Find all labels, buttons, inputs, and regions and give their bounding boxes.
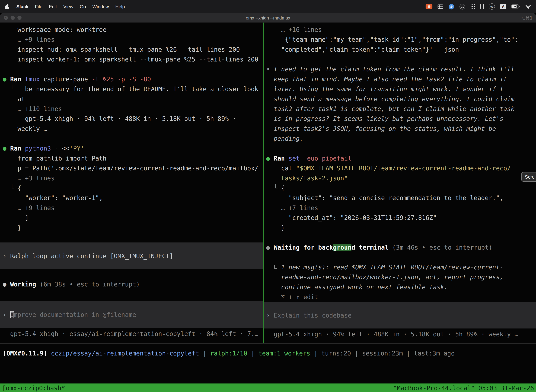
working-status: ● Working (6m 38s • esc to interrupt) bbox=[0, 279, 263, 289]
battery-percentage-icon[interactable]: 61 bbox=[489, 3, 495, 9]
menu-app-name[interactable]: Slack bbox=[16, 4, 29, 9]
input-source-icon[interactable]: A bbox=[500, 4, 506, 9]
omx-status-area: [OMX#0.11.9] cczip/essay/ai-reimplementa… bbox=[0, 348, 536, 383]
terminal-line bbox=[263, 54, 536, 64]
terminal-line: weekly … bbox=[0, 124, 263, 134]
terminal-line bbox=[0, 233, 263, 242]
terminal-line: workspace_mode: worktree bbox=[0, 25, 263, 34]
composer-prompt-icon: › bbox=[266, 312, 274, 319]
terminal-line: cat "$OMX_TEAM_STATE_ROOT/team/review-cu… bbox=[263, 163, 536, 173]
window-grid-icon[interactable] bbox=[438, 4, 443, 9]
menu-view[interactable]: View bbox=[63, 4, 73, 9]
menu-bar: Slack FileEditViewGoWindowHelp 61 A bbox=[0, 0, 536, 13]
close-button[interactable]: × bbox=[4, 16, 8, 20]
model-status-right: gpt-5.4 xhigh · 94% left · 488K in · 5.1… bbox=[263, 329, 536, 339]
terminal-line: is in progress? It seems likely but perh… bbox=[263, 114, 536, 123]
composer-placeholder: Explain this codebase bbox=[274, 312, 351, 319]
terminal-line: "created_at": "2026-03-31T11:59:27.816Z" bbox=[263, 213, 536, 223]
menu-file[interactable]: File bbox=[35, 4, 42, 9]
minimize-button[interactable] bbox=[10, 16, 14, 20]
terminal-line: '{"team_name":"my-team","task_id":"1","f… bbox=[263, 34, 536, 44]
terminal-line: ⌥ + ↑ edit bbox=[263, 292, 536, 302]
terminal-line: … +9 lines bbox=[0, 203, 263, 213]
terminal-window: × omx --xhigh --madmax ⌥⌘1 workspace_mod… bbox=[0, 13, 536, 392]
right-pane-output: … +16 lines '{"team_name":"my-team","tas… bbox=[263, 23, 536, 302]
terminal-line: ↳ 1 new msg(s): read $OMX_TEAM_STATE_ROO… bbox=[263, 262, 536, 272]
apple-menu-icon[interactable] bbox=[5, 4, 10, 9]
menu-help[interactable]: Help bbox=[115, 4, 125, 9]
traffic-lights: × bbox=[4, 16, 21, 20]
terminal-line: ● Ran tmux capture-pane -t %25 -p -S -80 bbox=[0, 74, 263, 84]
battery-icon[interactable] bbox=[511, 5, 520, 9]
terminal-line: inspect_worker-1: omx sparkshell --tmux-… bbox=[0, 54, 263, 64]
inject-banner-text: › Ralph loop active continue [OMX_TMUX_I… bbox=[0, 251, 263, 261]
tmux-status-bar[interactable]: [omx-cczip0:bash* "MacBook-Pro-44.local"… bbox=[0, 383, 536, 392]
composer-right-line: › Explain this codebase bbox=[263, 310, 536, 320]
composer-prompt-icon: › bbox=[3, 311, 10, 318]
tmux-session-label: [omx-cczip0:bash* bbox=[2, 384, 65, 392]
terminal-line: … +16 lines bbox=[263, 25, 536, 34]
terminal-line: └ { bbox=[263, 183, 536, 193]
omx-status-line: [OMX#0.11.9] cczip/essay/ai-reimplementa… bbox=[0, 348, 536, 358]
terminal-line: … +3 lines bbox=[0, 173, 263, 183]
terminal-line: at bbox=[0, 94, 263, 104]
window-title: omx --xhigh --madmax bbox=[246, 15, 290, 20]
terminal-line bbox=[263, 144, 536, 153]
dots-grid-icon[interactable] bbox=[470, 4, 475, 9]
window-shortcut-hint: ⌥⌘1 bbox=[520, 13, 532, 23]
terminal-line: └ { bbox=[0, 183, 263, 193]
inject-banner: › Ralph loop active continue [OMX_TMUX_I… bbox=[0, 242, 263, 269]
terminal-line: tasks/task-2.json" bbox=[263, 173, 536, 183]
terminal-line: • I need to get the claim token from the… bbox=[263, 64, 536, 74]
terminal-line bbox=[0, 134, 263, 143]
terminal-line: inspect task2's JSON, focusing on the st… bbox=[263, 124, 536, 134]
terminal-line: … +7 lines bbox=[263, 203, 536, 213]
terminal-line: … +9 lines bbox=[0, 34, 263, 44]
dark-circle-icon[interactable] bbox=[459, 4, 465, 9]
menu-edit[interactable]: Edit bbox=[49, 4, 57, 9]
terminal-line: later. Using the same for transition mig… bbox=[263, 84, 536, 94]
left-pane-output: workspace_mode: worktree … +9 lines insp… bbox=[0, 23, 263, 242]
screen: Slack FileEditViewGoWindowHelp 61 A bbox=[0, 0, 536, 392]
model-status-left: gpt-5.4 xhigh · essay/ai-reimplementatio… bbox=[0, 329, 263, 339]
terminal-line bbox=[263, 252, 536, 262]
terminal-line: gpt-5.4 xhigh · 94% left · 488K in · 5.1… bbox=[0, 114, 263, 123]
composer-left[interactable]: › Improve documentation in @filename bbox=[0, 301, 263, 328]
terminal-line: … +110 lines bbox=[0, 104, 263, 114]
terminal-line: inspect_hud: omx sparkshell --tmux-pane … bbox=[0, 44, 263, 54]
menu-bar-status-icons: 61 A bbox=[426, 3, 531, 9]
terminal-line: } bbox=[263, 223, 536, 233]
text-cursor: I bbox=[10, 311, 14, 318]
terminal-line: "subject": "send a concise recommendatio… bbox=[263, 193, 536, 203]
menu-items: FileEditViewGoWindowHelp bbox=[35, 4, 125, 9]
terminal-line: task2 after task1 is complete, but can I… bbox=[263, 104, 536, 114]
screen-overlay-tooltip: Scre bbox=[522, 172, 536, 182]
terminal-line bbox=[0, 64, 263, 74]
terminal-line: keep that in mind. Maybe I also need the… bbox=[263, 74, 536, 84]
terminal-line: readme-and-reco/mailbox/worker-1.json, a… bbox=[263, 272, 536, 282]
left-terminal-pane[interactable]: workspace_mode: worktree … +9 lines insp… bbox=[0, 23, 263, 343]
screen-recording-icon[interactable] bbox=[426, 4, 432, 9]
terminal-line: pending. bbox=[263, 134, 536, 143]
menu-go[interactable]: Go bbox=[80, 4, 86, 9]
phone-icon[interactable] bbox=[480, 4, 483, 9]
composer-left-line: › Improve documentation in @filename bbox=[0, 310, 263, 319]
menu-window[interactable]: Window bbox=[92, 4, 109, 9]
composer-placeholder: mprove documentation in @filename bbox=[14, 311, 136, 318]
title-bar[interactable]: × omx --xhigh --madmax ⌥⌘1 bbox=[0, 13, 536, 23]
right-terminal-pane[interactable]: … +16 lines '{"team_name":"my-team","tas… bbox=[263, 23, 536, 343]
terminal-line: "completed","claim_token":"claim-token"}… bbox=[263, 44, 536, 54]
terminal-line: should send a message before completing … bbox=[263, 94, 536, 104]
terminal-line: ● Waiting for background terminal (3m 46… bbox=[263, 242, 536, 252]
terminal-line: ] bbox=[0, 213, 263, 223]
terminal-line: "worker": "worker-1", bbox=[0, 193, 263, 203]
tmux-panes: workspace_mode: worktree … +9 lines insp… bbox=[0, 23, 536, 344]
blue-circle-icon[interactable] bbox=[448, 4, 454, 9]
terminal-line: └ be necessary for the end of the README… bbox=[0, 84, 263, 94]
menu-bar-left: Slack FileEditViewGoWindowHelp bbox=[5, 4, 125, 9]
zoom-button[interactable] bbox=[17, 16, 21, 20]
composer-right[interactable]: › Explain this codebase bbox=[263, 302, 536, 329]
terminal-line: p = Path('.omx/state/team/review-current… bbox=[0, 163, 263, 173]
terminal-line: continue assigned work or next feasible … bbox=[263, 282, 536, 292]
wifi-icon[interactable] bbox=[525, 4, 531, 9]
